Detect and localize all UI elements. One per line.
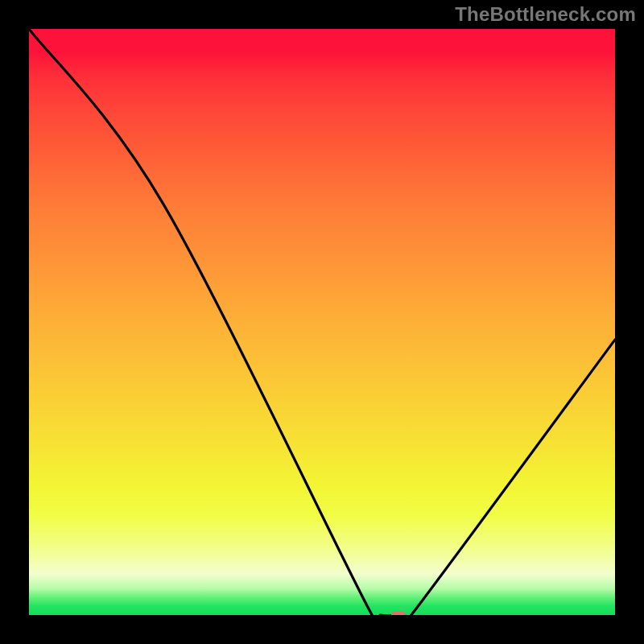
optimal-point-marker — [391, 611, 406, 615]
chart-frame: TheBottleneck.com — [0, 0, 644, 644]
bottleneck-curve — [29, 29, 615, 615]
attribution-label: TheBottleneck.com — [455, 3, 636, 26]
plot-area — [29, 29, 615, 615]
